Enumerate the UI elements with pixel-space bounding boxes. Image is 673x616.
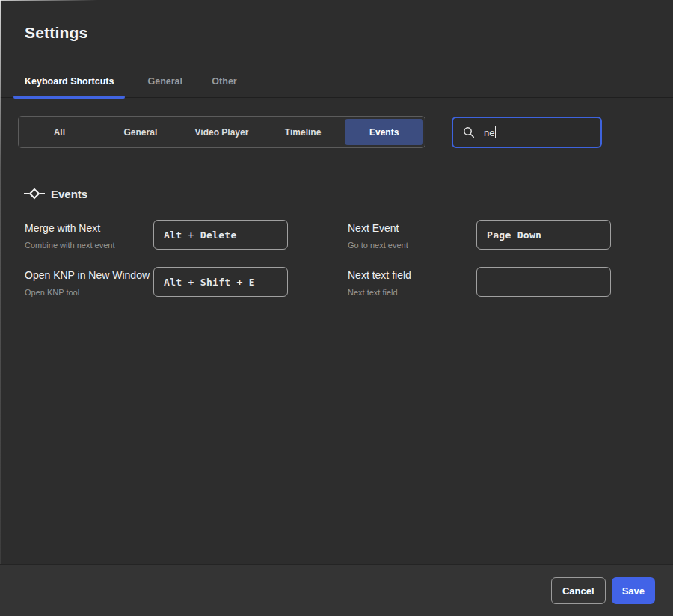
section-title: Events: [51, 188, 87, 200]
shortcut-labels: Next Event Go to next event: [348, 220, 476, 250]
shortcut-subtitle: Next text field: [348, 288, 476, 297]
shortcut-title: Next Event: [348, 222, 476, 234]
filter-toolbar: All General Video Player Timeline Events…: [0, 116, 673, 148]
search-value: ne: [484, 126, 496, 139]
shortcut-labels: Next text field Next text field: [348, 267, 476, 297]
shortcut-row-next-event: Next Event Go to next event Page Down: [348, 220, 611, 250]
cancel-button[interactable]: Cancel: [551, 577, 606, 604]
shortcut-subtitle: Go to next event: [348, 241, 476, 250]
shortcut-row-open-knp: Open KNP in New Window Open KNP tool Alt…: [25, 267, 288, 297]
keyframe-diamond-icon: [24, 187, 45, 200]
shortcut-row-merge-with-next: Merge with Next Combine with next event …: [25, 220, 288, 250]
shortcut-binding-input[interactable]: [476, 267, 611, 297]
tab-other[interactable]: Other: [209, 72, 239, 97]
segment-events[interactable]: Events: [345, 119, 423, 145]
shortcut-labels: Merge with Next Combine with next event: [25, 220, 153, 250]
dialog-content: Settings Keyboard Shortcuts General Othe…: [0, 0, 673, 564]
segment-video-player[interactable]: Video Player: [182, 119, 261, 145]
segment-general[interactable]: General: [102, 119, 180, 145]
search-input[interactable]: ne: [452, 117, 602, 148]
shortcut-binding-input[interactable]: Alt + Delete: [153, 220, 288, 250]
shortcut-subtitle: Open KNP tool: [25, 288, 153, 297]
tab-keyboard-shortcuts[interactable]: Keyboard Shortcuts: [13, 72, 125, 97]
tab-general[interactable]: General: [147, 72, 182, 97]
shortcut-subtitle: Combine with next event: [25, 241, 153, 250]
save-button[interactable]: Save: [612, 577, 655, 604]
shortcut-title: Open KNP in New Window: [25, 269, 153, 281]
settings-dialog: Settings Keyboard Shortcuts General Othe…: [0, 0, 673, 616]
shortcut-title: Merge with Next: [25, 222, 153, 234]
shortcut-labels: Open KNP in New Window Open KNP tool: [25, 267, 153, 297]
dialog-header: Settings: [0, 0, 673, 42]
segment-timeline[interactable]: Timeline: [264, 119, 342, 145]
category-segmented-control: All General Video Player Timeline Events: [18, 116, 425, 148]
shortcut-title: Next text field: [348, 269, 476, 281]
dialog-footer: Cancel Save: [0, 564, 673, 616]
shortcut-row-next-text-field: Next text field Next text field: [348, 267, 611, 297]
text-caret: [495, 126, 496, 138]
search-icon: [463, 126, 475, 138]
shortcut-binding-input[interactable]: Page Down: [476, 220, 611, 250]
events-section-header: Events: [24, 187, 673, 200]
shortcuts-grid: Merge with Next Combine with next event …: [0, 220, 673, 297]
shortcut-binding-input[interactable]: Alt + Shift + E: [153, 267, 288, 297]
segment-all[interactable]: All: [20, 119, 99, 145]
dialog-title: Settings: [25, 24, 673, 42]
tab-bar: Keyboard Shortcuts General Other: [0, 72, 673, 98]
